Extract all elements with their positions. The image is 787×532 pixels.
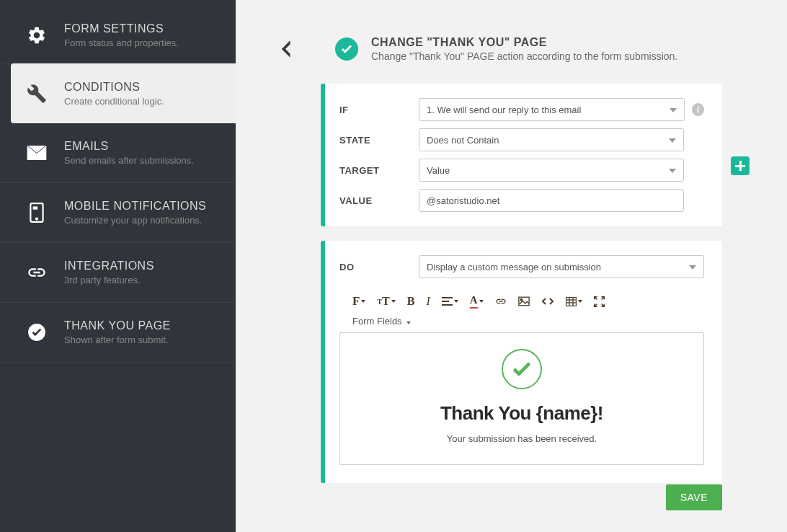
value-label: VALUE — [339, 195, 419, 206]
page-title: CHANGE "THANK YOU" PAGE — [371, 36, 677, 49]
fullscreen-tool[interactable] — [594, 296, 605, 307]
sidebar-item-mobile[interactable]: MOBILE NOTIFICATIONS Customize your app … — [0, 183, 236, 243]
state-label: STATE — [339, 135, 419, 146]
back-button[interactable] — [275, 39, 295, 59]
check-badge-icon — [335, 37, 358, 61]
target-select[interactable]: Value — [419, 159, 684, 182]
condition-panel: IF 1. We will send our reply to this ema… — [321, 84, 722, 226]
align-tool[interactable] — [442, 297, 458, 306]
tools-icon — [25, 82, 48, 105]
link-icon — [25, 261, 48, 284]
info-icon[interactable]: i — [692, 103, 704, 116]
sidebar-item-title: EMAILS — [64, 140, 194, 153]
do-label: DO — [339, 262, 419, 272]
code-tool[interactable] — [541, 297, 554, 306]
message-editor[interactable]: Thank You {name}! Your submission has be… — [339, 332, 704, 465]
save-button[interactable]: SAVE — [666, 484, 722, 510]
state-select[interactable]: Does not Contain — [419, 128, 684, 151]
sidebar-item-sub: Send emails after submissions. — [64, 155, 194, 166]
sidebar-item-sub: Form status and properties. — [64, 37, 179, 48]
svg-rect-7 — [518, 297, 528, 306]
check-circle-icon — [25, 321, 48, 344]
svg-rect-9 — [566, 297, 576, 306]
bold-tool[interactable]: B — [407, 295, 415, 308]
editor-toolbar: F TT B I A — [339, 288, 704, 316]
image-tool[interactable] — [518, 296, 530, 306]
header: CHANGE "THANK YOU" PAGE Change "Thank Yo… — [236, 0, 787, 84]
sidebar-item-sub: Customize your app notifications. — [64, 215, 206, 226]
gear-icon — [25, 24, 48, 47]
value-input[interactable] — [419, 189, 684, 212]
sidebar-item-title: THANK YOU PAGE — [64, 319, 171, 332]
sidebar-item-title: MOBILE NOTIFICATIONS — [64, 200, 206, 213]
sidebar-item-conditions[interactable]: CONDITIONS Create conditional logic. — [11, 63, 236, 123]
sidebar: FORM SETTINGS Form status and properties… — [0, 0, 236, 532]
svg-rect-6 — [442, 304, 453, 306]
sidebar-item-emails[interactable]: EMAILS Send emails after submissions. — [0, 123, 236, 183]
svg-point-1 — [36, 218, 37, 220]
page-subtitle: Change "Thank You" PAGE action according… — [371, 50, 677, 62]
target-label: TARGET — [339, 165, 419, 176]
editor-title: Thank You {name}! — [355, 402, 689, 425]
success-check-icon — [502, 349, 542, 389]
form-fields-dropdown[interactable]: Form Fields — [339, 316, 704, 332]
text-color-tool[interactable]: A — [470, 294, 484, 309]
svg-rect-4 — [442, 297, 453, 298]
sidebar-item-thank-you[interactable]: THANK YOU PAGE Shown after form submit. — [0, 303, 236, 363]
editor-subtitle: Your submission has been received. — [355, 433, 689, 444]
sidebar-item-sub: Shown after form submit. — [64, 334, 171, 345]
sidebar-item-title: CONDITIONS — [64, 81, 164, 94]
sidebar-item-title: INTEGRATIONS — [64, 260, 154, 272]
sidebar-item-sub: 3rd party features. — [64, 275, 154, 285]
link-tool[interactable] — [495, 296, 507, 307]
do-select[interactable]: Display a custom message on submission — [419, 255, 704, 278]
sidebar-item-form-settings[interactable]: FORM SETTINGS Form status and properties… — [0, 0, 236, 63]
action-panel: DO Display a custom message on submissio… — [321, 241, 722, 483]
svg-rect-2 — [33, 206, 37, 209]
mobile-icon — [25, 201, 48, 224]
svg-rect-5 — [442, 301, 449, 302]
table-tool[interactable] — [566, 297, 582, 306]
font-size-tool[interactable]: TT — [377, 295, 395, 308]
add-condition-button[interactable] — [731, 156, 750, 175]
if-select[interactable]: 1. We will send our reply to this email — [419, 98, 685, 121]
sidebar-item-integrations[interactable]: INTEGRATIONS 3rd party features. — [0, 243, 236, 303]
italic-tool[interactable]: I — [426, 295, 430, 308]
font-family-tool[interactable]: F — [352, 294, 365, 309]
email-icon — [25, 141, 48, 164]
sidebar-item-title: FORM SETTINGS — [64, 22, 179, 35]
main: CHANGE "THANK YOU" PAGE Change "Thank Yo… — [236, 0, 787, 532]
if-label: IF — [339, 105, 419, 115]
svg-point-8 — [520, 298, 523, 301]
sidebar-item-sub: Create conditional logic. — [64, 96, 164, 107]
